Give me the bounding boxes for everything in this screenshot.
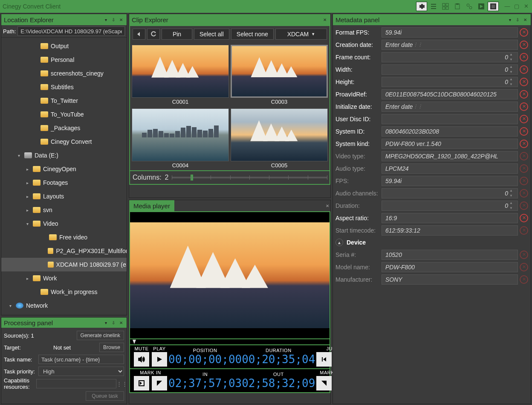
metadata-value[interactable]: [382, 114, 518, 124]
task-name-input[interactable]: [38, 355, 124, 364]
clear-icon[interactable]: ✕: [520, 140, 528, 148]
tree-node[interactable]: XDCAM HD 1080i29.97 (eScapes): [1, 258, 127, 271]
clear-icon[interactable]: ✕: [520, 177, 528, 185]
clear-icon[interactable]: ✕: [520, 164, 528, 173]
metadata-value[interactable]: SONY: [382, 274, 518, 285]
clear-icon[interactable]: ✕: [520, 263, 528, 271]
clear-icon[interactable]: ✕: [520, 65, 528, 74]
metadata-value[interactable]: 10520: [382, 250, 518, 260]
metadata-value[interactable]: Enter date⋮⋮: [382, 102, 518, 112]
play-icon[interactable]: [476, 2, 487, 11]
tree-node[interactable]: _Packages: [1, 121, 127, 135]
maximize-button[interactable]: ▢: [513, 3, 520, 10]
metadata-value[interactable]: 0▲▼: [382, 188, 518, 198]
panel-close-icon[interactable]: ✕: [118, 320, 124, 326]
clear-icon[interactable]: ✕: [520, 201, 528, 210]
tree-node[interactable]: Work_in progress: [1, 285, 127, 299]
clip-thumbnail[interactable]: C0001: [132, 45, 229, 107]
folder-tree[interactable]: OutputPersonalscreenshots_cinegySubtitle…: [1, 37, 127, 315]
path-input[interactable]: [17, 26, 125, 36]
metadata-section-device[interactable]: ▲Device: [335, 236, 528, 248]
play-button[interactable]: [152, 352, 167, 367]
tree-node[interactable]: Cinegy Convert: [1, 135, 127, 149]
clear-icon[interactable]: ✕: [520, 90, 528, 99]
clear-icon[interactable]: ✕: [520, 127, 528, 136]
format-dropdown[interactable]: XDCAM▼: [275, 29, 327, 40]
collapse-icon[interactable]: ▲: [335, 239, 343, 246]
tree-node[interactable]: To_Twitter: [1, 94, 127, 108]
tree-node[interactable]: Free video: [1, 230, 127, 244]
clear-icon[interactable]: ✕: [520, 251, 528, 259]
tree-node[interactable]: ▾Data (E:): [1, 149, 127, 162]
pin-button[interactable]: Pin: [162, 29, 192, 40]
settings-icon[interactable]: [416, 2, 427, 11]
date-picker-icon[interactable]: ⋮⋮: [413, 42, 421, 47]
spinner[interactable]: ▲▼: [508, 52, 514, 62]
tree-node[interactable]: Output: [1, 39, 127, 53]
tree-node[interactable]: ▸Footages: [1, 176, 127, 189]
metadata-value[interactable]: 0▲▼: [382, 201, 518, 211]
reload-button[interactable]: [147, 29, 160, 40]
tree-node[interactable]: ▸svn: [1, 203, 127, 217]
tree-node[interactable]: ▾Video: [1, 217, 127, 230]
task-priority-select[interactable]: High: [38, 367, 124, 376]
metadata-value[interactable]: 16:9: [382, 213, 518, 223]
clear-icon[interactable]: ✕: [520, 275, 528, 284]
mute-button[interactable]: [134, 352, 149, 367]
panel-icon[interactable]: [488, 2, 499, 11]
spinner[interactable]: ▲▼: [508, 188, 514, 198]
browse-button[interactable]: Browse: [99, 343, 124, 352]
date-picker-icon[interactable]: ⋮⋮: [413, 104, 421, 109]
pin-icon[interactable]: ⇩: [110, 17, 116, 23]
panel-menu-icon[interactable]: ▾: [507, 17, 513, 23]
panel-close-icon[interactable]: ✕: [522, 17, 528, 23]
minimize-button[interactable]: —: [504, 3, 511, 10]
grid-icon[interactable]: [440, 2, 451, 11]
clear-icon[interactable]: ✕: [520, 28, 528, 37]
metadata-value[interactable]: 612:59:33:12: [382, 225, 518, 236]
gears-icon[interactable]: [464, 2, 475, 11]
columns-slider[interactable]: [172, 177, 327, 178]
metadata-value[interactable]: 59.94i: [382, 27, 518, 38]
spinner[interactable]: ▲▼: [508, 201, 514, 211]
tree-node[interactable]: P2_AG_HPX301E_MultiformatTest: [1, 244, 127, 258]
clear-icon[interactable]: ✕: [520, 189, 528, 198]
panel-menu-icon[interactable]: ▾: [103, 320, 109, 326]
mark-in-set-button[interactable]: [152, 376, 167, 390]
timeline[interactable]: [129, 339, 330, 345]
clear-icon[interactable]: ✕: [520, 152, 528, 160]
tree-node[interactable]: To_YouTube: [1, 108, 127, 121]
tree-node[interactable]: ▸Layouts: [1, 189, 127, 203]
clip-thumbnail[interactable]: C0004: [132, 108, 229, 170]
tree-node[interactable]: ▸CinegyOpen: [1, 162, 127, 176]
clear-icon[interactable]: ✕: [520, 102, 528, 111]
mark-in-goto-button[interactable]: [134, 376, 149, 390]
clear-icon[interactable]: ✕: [520, 214, 528, 222]
select-none-button[interactable]: Select none: [231, 29, 274, 40]
list-icon[interactable]: [428, 2, 439, 11]
mark-out-set-button[interactable]: [316, 376, 332, 390]
pin-icon[interactable]: ⇩: [515, 17, 520, 23]
capabilities-picker-icon[interactable]: ⋮⋮: [116, 381, 124, 387]
panel-close-icon[interactable]: ✕: [322, 17, 328, 23]
clear-icon[interactable]: ✕: [520, 115, 528, 123]
clear-icon[interactable]: ✕: [520, 53, 528, 61]
tree-node[interactable]: Personal: [1, 53, 127, 67]
metadata-value[interactable]: 0▲▼: [382, 77, 518, 87]
clipboard-icon[interactable]: [452, 2, 463, 11]
back-button[interactable]: [133, 29, 145, 40]
panel-menu-icon[interactable]: ▾: [103, 17, 109, 23]
select-all-button[interactable]: Select all: [194, 29, 229, 40]
media-player-tab[interactable]: Media player: [129, 200, 174, 211]
clear-icon[interactable]: ✕: [520, 78, 528, 86]
clear-icon[interactable]: ✕: [520, 226, 528, 235]
clear-icon[interactable]: ✕: [520, 41, 528, 49]
spinner[interactable]: ▲▼: [508, 64, 514, 75]
tree-node[interactable]: ▸Work: [1, 271, 127, 285]
metadata-value[interactable]: PDW-F800 ver.1.540: [382, 139, 518, 149]
metadata-value[interactable]: 08004602023B0208: [382, 126, 518, 137]
metadata-value[interactable]: 0E011E00875405C10DCB080046020125: [382, 89, 518, 99]
pin-icon[interactable]: ⇩: [110, 320, 116, 326]
metadata-value[interactable]: MPEG2HD50CBR_1920_1080_422P@HL: [382, 151, 518, 161]
close-button[interactable]: ✕: [523, 3, 529, 10]
